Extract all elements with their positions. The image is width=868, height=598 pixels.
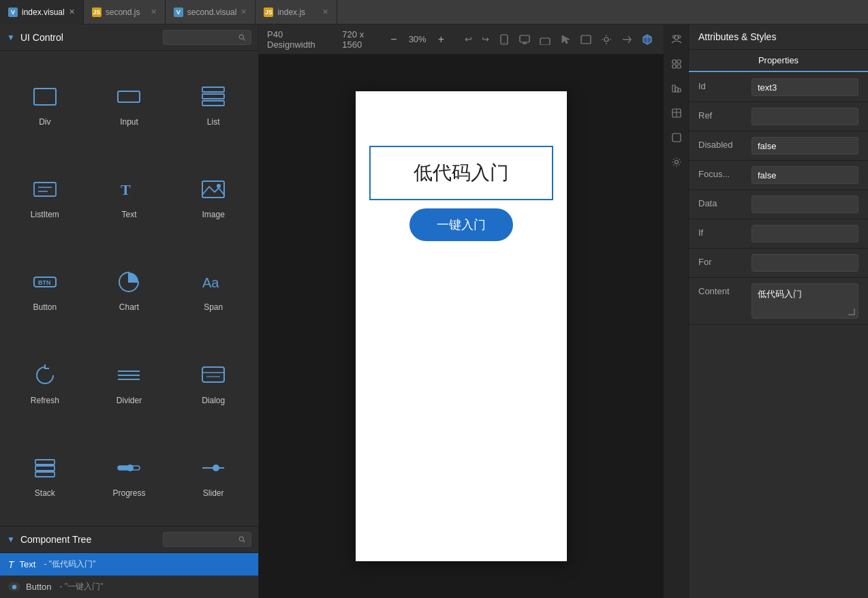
tab-visual-icon: V xyxy=(8,7,18,17)
properties-panel: Attributes & Styles Properties Id text3 … xyxy=(689,25,868,598)
component-progress[interactable]: Progress xyxy=(87,428,172,520)
text-label: Text xyxy=(121,210,136,219)
prop-if-label: If xyxy=(698,225,746,238)
component-image[interactable]: Image xyxy=(171,149,255,242)
component-button[interactable]: BTN Button xyxy=(3,242,87,334)
sidebar-gear-icon[interactable] xyxy=(667,153,686,172)
prop-data-row: Data xyxy=(689,190,868,219)
cube-icon[interactable] xyxy=(639,31,655,48)
svg-text:T: T xyxy=(121,181,131,198)
canvas-button-element[interactable]: 一键入门 xyxy=(409,208,513,241)
tree-title: Component Tree xyxy=(20,534,157,545)
tree-search-box[interactable] xyxy=(163,532,251,547)
zoom-in-btn[interactable]: + xyxy=(434,33,448,46)
preview-icon[interactable] xyxy=(578,31,594,48)
tree-arrow[interactable]: ▼ xyxy=(7,535,15,544)
prop-for-value[interactable] xyxy=(751,254,858,272)
tab-index-js[interactable]: JS index.js ✕ xyxy=(255,0,337,25)
component-grid: Div Input List ListItem xyxy=(0,51,258,526)
canvas-area: P40 Designwidth 720 x 1560 − 30% + ↩ ↪ xyxy=(259,25,664,598)
sidebar-box-icon[interactable] xyxy=(667,128,686,147)
component-div[interactable]: Div xyxy=(3,57,87,149)
svg-rect-53 xyxy=(677,60,681,63)
sidebar-puzzle-icon[interactable] xyxy=(667,54,686,74)
svg-rect-38 xyxy=(540,38,550,45)
cursor-icon[interactable] xyxy=(557,31,574,48)
desktop-icon[interactable] xyxy=(516,31,533,48)
listitem-label: ListItem xyxy=(31,210,59,219)
component-tree-section: ▼ Component Tree T Text - "低代码入门" ⏺ Butt… xyxy=(0,526,258,598)
tab-second-js[interactable]: JS second.js ✕ xyxy=(84,0,166,25)
component-slider[interactable]: Slider xyxy=(171,428,255,520)
input-icon xyxy=(112,80,145,113)
tablet-icon[interactable] xyxy=(537,31,553,48)
prop-disabled-row: Disabled false xyxy=(689,131,868,161)
svg-point-0 xyxy=(239,35,243,39)
prop-focus-value[interactable]: false xyxy=(751,166,858,184)
prop-id-value[interactable]: text3 xyxy=(751,78,858,96)
prop-ref-value[interactable] xyxy=(751,108,858,125)
canvas-toolbar: P40 Designwidth 720 x 1560 − 30% + ↩ ↪ xyxy=(259,25,664,54)
tab-close-btn[interactable]: ✕ xyxy=(151,7,157,16)
sidebar-bars-icon[interactable] xyxy=(667,79,686,98)
tree-search-input[interactable] xyxy=(169,535,236,544)
tab-close-btn[interactable]: ✕ xyxy=(322,7,328,16)
tree-text-name: Text xyxy=(20,559,36,569)
sun-icon[interactable] xyxy=(598,31,615,48)
mobile-icon[interactable] xyxy=(496,31,512,48)
canvas-text-element[interactable]: 低代码入门 xyxy=(369,146,553,200)
component-list[interactable]: List xyxy=(171,57,255,149)
tree-text-value: - "低代码入门" xyxy=(44,558,95,570)
prop-if-value[interactable] xyxy=(751,225,858,242)
slider-icon xyxy=(197,452,230,484)
prop-focus-row: Focus... false xyxy=(689,161,868,190)
sidebar-users-icon[interactable] xyxy=(667,30,686,49)
divider-icon xyxy=(112,359,145,392)
sidebar-table-icon[interactable] xyxy=(667,104,686,123)
ui-control-search-input[interactable] xyxy=(169,33,236,42)
tab-js-icon: JS xyxy=(264,7,273,17)
button-icon: BTN xyxy=(29,266,61,298)
redo-icon[interactable]: ↪ xyxy=(479,31,492,47)
component-stack[interactable]: Stack xyxy=(3,428,87,520)
component-refresh[interactable]: Refresh xyxy=(3,335,87,428)
tree-button-value: - "一键入门" xyxy=(60,581,104,593)
tree-item-text[interactable]: T Text - "低代码入门" xyxy=(0,553,258,576)
tab-visual-icon: V xyxy=(174,7,183,17)
zoom-control: − 30% + xyxy=(386,33,448,46)
tab-index-visual[interactable]: V index.visual ✕ xyxy=(0,0,84,25)
tree-item-button[interactable]: ⏺ Button - "一键入门" xyxy=(0,576,258,598)
ui-control-arrow[interactable]: ▼ xyxy=(7,33,15,42)
tab-close-btn[interactable]: ✕ xyxy=(241,7,247,16)
undo-icon[interactable]: ↩ xyxy=(462,31,475,47)
svg-rect-40 xyxy=(581,35,591,44)
prop-disabled-value[interactable]: false xyxy=(751,137,858,155)
refresh-icon xyxy=(29,359,61,392)
prop-data-value[interactable] xyxy=(751,195,858,213)
prop-content-value[interactable]: 低代码入门 xyxy=(751,283,858,319)
zoom-out-btn[interactable]: − xyxy=(386,33,401,46)
prop-for-row: For xyxy=(689,249,868,278)
ui-control-search-box[interactable] xyxy=(163,30,251,45)
tab-second-visual[interactable]: V second.visual ✕ xyxy=(166,0,256,25)
left-panel: ▼ UI Control Div Input xyxy=(0,25,259,598)
slider-label: Slider xyxy=(203,488,224,498)
properties-tab[interactable]: Properties xyxy=(689,50,868,72)
tab-label: index.visual xyxy=(22,7,65,17)
component-dialog[interactable]: Dialog xyxy=(171,335,255,428)
tree-search-icon xyxy=(238,535,245,544)
component-input[interactable]: Input xyxy=(87,57,172,149)
tab-close-btn[interactable]: ✕ xyxy=(69,7,75,16)
tree-items: T Text - "低代码入门" ⏺ Button - "一键入门" xyxy=(0,553,258,598)
tree-button-name: Button xyxy=(26,582,52,592)
component-chart[interactable]: Chart xyxy=(87,242,172,334)
component-listitem[interactable]: ListItem xyxy=(3,149,87,242)
component-text[interactable]: T Text xyxy=(87,149,172,242)
share-icon[interactable] xyxy=(619,31,635,48)
progress-label: Progress xyxy=(112,488,145,498)
component-divider[interactable]: Divider xyxy=(87,335,172,428)
component-span[interactable]: Aa Span xyxy=(171,242,255,334)
svg-rect-62 xyxy=(672,133,681,142)
svg-line-1 xyxy=(243,39,245,41)
svg-rect-52 xyxy=(672,60,676,63)
